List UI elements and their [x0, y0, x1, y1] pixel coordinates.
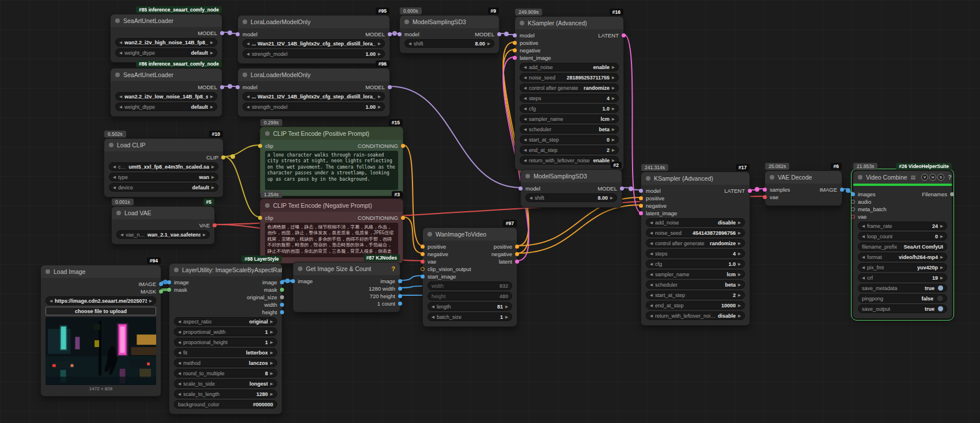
combo-right-arrow-icon[interactable]: ▶ — [210, 105, 213, 109]
combo-right-arrow-icon[interactable]: ▶ — [505, 304, 508, 309]
output-slot-1 count[interactable]: 1 count — [377, 300, 396, 307]
widget-steps[interactable]: ◀steps4▶ — [646, 249, 745, 258]
combo-left-arrow-icon[interactable]: ◀ — [650, 231, 653, 235]
input-slot-clip_vision_output[interactable]: clip_vision_output — [427, 266, 471, 272]
widget-strength_model[interactable]: ◀strength_model1.00▶ — [243, 49, 385, 58]
output-slot-latent[interactable]: latent — [499, 258, 513, 265]
combo-right-arrow-icon[interactable]: ▶ — [612, 86, 615, 90]
combo-left-arrow-icon[interactable]: ◀ — [650, 303, 653, 308]
combo-left-arrow-icon[interactable]: ◀ — [650, 262, 653, 266]
slot-dot[interactable] — [622, 33, 626, 37]
combo-right-arrow-icon[interactable]: ▶ — [612, 138, 615, 142]
combo-right-arrow-icon[interactable]: ▶ — [738, 314, 741, 318]
collapse-dot-icon[interactable] — [265, 131, 270, 136]
combo-left-arrow-icon[interactable]: ◀ — [524, 117, 527, 121]
node-title-bar[interactable]: SeaArtUnetLoader — [111, 14, 222, 27]
combo-right-arrow-icon[interactable]: ▶ — [211, 185, 214, 190]
combo-left-arrow-icon[interactable]: ◀ — [862, 234, 865, 239]
slot-dot[interactable] — [236, 32, 240, 36]
collapse-dot-icon[interactable] — [243, 20, 247, 24]
input-slot-negative[interactable]: negative — [519, 47, 540, 54]
combo-left-arrow-icon[interactable]: ◀ — [120, 233, 123, 237]
widget-aspect_ratio[interactable]: ◀aspect_ratiooriginal▶ — [174, 317, 277, 326]
collapse-dot-icon[interactable] — [115, 73, 120, 77]
widget-filename_prefix[interactable]: filename_prefixSeaArt ComfyUI — [858, 242, 947, 251]
slot-dot[interactable] — [398, 279, 402, 283]
collapse-dot-icon[interactable] — [858, 175, 862, 180]
slot-dot[interactable] — [497, 32, 501, 36]
widget-value[interactable]: ◀https://image.cdn2.seaart.me/20250731/ … — [46, 296, 156, 305]
slot-dot[interactable] — [220, 31, 224, 35]
output-slot-MODEL[interactable]: MODEL — [198, 30, 218, 36]
node-title-bar[interactable]: SeaArtUnetLoader — [111, 68, 222, 81]
slot-dot[interactable] — [401, 144, 405, 148]
node-ksampler-advanced-16[interactable]: 249.909s#16KSampler (Advanced)modelLATEN… — [514, 16, 624, 170]
slot-dot[interactable] — [513, 56, 517, 60]
input-slot-model[interactable]: model — [404, 31, 419, 37]
collapse-dot-icon[interactable] — [298, 266, 302, 271]
output-slot-positive[interactable]: positive — [494, 243, 513, 250]
output-slot-720 height[interactable]: 720 height — [370, 293, 396, 299]
slot-dot[interactable] — [950, 192, 954, 196]
node-title-bar[interactable]: Get Image Size & Count? — [293, 262, 400, 275]
upload-button[interactable]: choose file to upload — [46, 307, 156, 315]
widget-return_with_leftover_noise[interactable]: ◀return_with_leftover_noisedisable▶ — [646, 311, 745, 320]
combo-left-arrow-icon[interactable]: ◀ — [113, 175, 116, 180]
node-title-bar[interactable]: ModelSamplingSD3 — [400, 16, 499, 28]
widget-scheduler[interactable]: ◀schedulerbeta▶ — [520, 125, 619, 134]
combo-left-arrow-icon[interactable]: ◀ — [524, 138, 527, 142]
combo-left-arrow-icon[interactable]: ◀ — [524, 75, 527, 80]
widget-control after generate[interactable]: ◀control after generaterandomize▶ — [520, 83, 619, 92]
input-slot-clip[interactable]: clip — [264, 143, 273, 149]
widget-sampler_name[interactable]: ◀sampler_namelcm▶ — [520, 115, 619, 123]
input-slot-positive[interactable]: positive — [519, 40, 538, 46]
widget-width[interactable]: width832 — [427, 281, 512, 290]
toggle-icon[interactable] — [938, 285, 943, 291]
output-slot-MODEL[interactable]: MODEL — [198, 84, 218, 90]
toggle-icon[interactable] — [937, 295, 943, 302]
combo-right-arrow-icon[interactable]: ▶ — [378, 41, 381, 46]
input-slot-image[interactable]: image — [173, 279, 189, 285]
slot-dot[interactable] — [515, 260, 519, 264]
slot-dot[interactable] — [513, 41, 517, 45]
slot-dot[interactable] — [280, 288, 284, 292]
combo-left-arrow-icon[interactable]: ◀ — [862, 276, 865, 280]
combo-right-arrow-icon[interactable]: ▶ — [940, 224, 943, 228]
collapse-dot-icon[interactable] — [174, 268, 179, 272]
combo-right-arrow-icon[interactable]: ▶ — [211, 175, 214, 180]
combo-right-arrow-icon[interactable]: ▶ — [738, 262, 741, 266]
combo-right-arrow-icon[interactable]: ▶ — [738, 231, 741, 235]
widget-value[interactable]: ◀wan2.2_i2v_low_noise_14B_fp8_scaled. ..… — [115, 92, 217, 101]
widget-cli ...[interactable]: ◀cli ...umt5_xxl_fp8_e4m3fn_scaled.safet… — [109, 162, 218, 171]
widget-frame_rate[interactable]: ◀frame_rate24▶ — [858, 222, 947, 230]
combo-left-arrow-icon[interactable]: ◀ — [247, 94, 249, 99]
prompt-textarea[interactable]: 色调艳丽，过曝，静态，细节模糊不清，字幕，风格，作品，画作，画面，静止，整体发灰… — [265, 223, 398, 257]
widget-end_at_step[interactable]: ◀end_at_step2▶ — [520, 146, 619, 154]
widget-proportional_width[interactable]: ◀proportional_width1▶ — [174, 327, 277, 336]
widget-value[interactable]: ◀... Wan21_I2V_14B_lightx2v_cfg_step_dis… — [243, 92, 385, 101]
node-load-vae-5[interactable]: 0.001s#5Load VAEVAE◀vae_na ...wan_2.1_va… — [111, 206, 215, 245]
output-slot-image[interactable]: image — [380, 278, 396, 284]
node-get-image-size-count-87[interactable]: #87 KJNodesGet Image Size & Count?imagei… — [293, 262, 400, 313]
collapse-dot-icon[interactable] — [404, 20, 409, 24]
combo-left-arrow-icon[interactable]: ◀ — [524, 96, 527, 101]
combo-right-arrow-icon[interactable]: ▶ — [378, 105, 381, 109]
combo-right-arrow-icon[interactable]: ▶ — [612, 117, 615, 121]
collapse-dot-icon[interactable] — [243, 73, 247, 77]
widget-noise_seed[interactable]: ◀noise_seed281895253711755▶ — [520, 73, 619, 82]
input-slot-latent_image[interactable]: latent_image — [519, 55, 551, 61]
output-slot-mask[interactable]: mask — [264, 287, 278, 293]
output-slot-CLIP[interactable]: CLIP — [206, 154, 219, 161]
widget-weight_dtype[interactable]: ◀weight_dtypedefault▶ — [115, 48, 217, 57]
node-title-bar[interactable]: LayerUtility: ImageScaleByAspectRatio V2 — [169, 264, 282, 276]
slot-dot[interactable] — [421, 275, 425, 279]
input-slot-model[interactable]: model — [242, 31, 258, 37]
widget-save_metadata[interactable]: save_metadatatrue — [858, 284, 947, 292]
slot-dot[interactable] — [280, 303, 284, 307]
widget-save_output[interactable]: save_outputtrue — [858, 304, 947, 313]
slot-dot[interactable] — [236, 85, 240, 89]
combo-right-arrow-icon[interactable]: ▶ — [149, 299, 152, 303]
node-ksampler-advanced-17[interactable]: 241.314s#17KSampler (Advanced)modelLATEN… — [641, 172, 750, 326]
slot-dot[interactable] — [851, 200, 855, 204]
node-seaart-unet-loader-86[interactable]: #86 inference_seaart_comfy_nodeSeaArtUne… — [110, 68, 222, 117]
